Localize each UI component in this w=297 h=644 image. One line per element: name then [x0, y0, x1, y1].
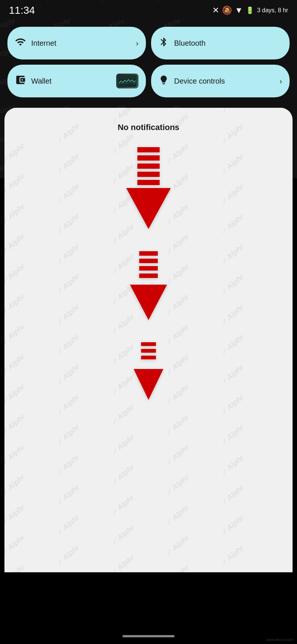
svg-rect-10 — [139, 266, 158, 271]
watermark-alphr: ⟋ Alphr — [54, 302, 81, 327]
watermark-alphr: ⟋ Alphr — [218, 122, 245, 147]
watermark-alphr: ⟋ Alphr — [54, 362, 81, 387]
watermark-alphr: ⟋ Alphr — [108, 553, 136, 572]
status-icons: ✕ 🔕 ▼ 🔋 3 days, 8 hr — [212, 6, 288, 15]
watermark-alphr: ⟋ Alphr — [218, 513, 245, 538]
watermark-alphr: ⟋ Alphr — [54, 423, 81, 447]
watermark-alphr: ⟋ Alphr — [54, 513, 81, 538]
watermark-alphr: ⟋ Alphr — [218, 182, 245, 207]
watermark-alphr: ⟋ Alphr — [54, 392, 81, 417]
internet-tile[interactable]: Internet › — [7, 27, 146, 59]
watermark-alphr: ⟋ Alphr — [163, 533, 191, 558]
watermark-alphr: ⟋ Alphr — [54, 453, 81, 478]
watermark-alphr: ⟋ Alphr — [218, 483, 245, 508]
watermark-alphr: ⟋ Alphr — [218, 543, 245, 568]
watermark-alphr: ⟋ Alphr — [4, 412, 26, 437]
watermark-alphr: ⟋ Alphr — [54, 332, 81, 357]
watermark-alphr: ⟋ Alphr — [54, 122, 81, 146]
battery-icon: 🔋 — [246, 6, 254, 14]
bluetooth-label: Bluetooth — [174, 39, 282, 48]
wallet-tile[interactable]: Wallet — [7, 65, 146, 97]
svg-marker-12 — [130, 285, 167, 320]
watermark-alphr: ⟋ Alphr — [108, 433, 136, 458]
watermark-alphr: ⟋ Alphr — [4, 292, 26, 317]
notification-area: ⟋ Alphr ⟋ Alphr ⟋ Alphr ⟋ Alphr ⟋ Alphr … — [4, 108, 293, 572]
watermark-alphr: ⟋ Alphr — [163, 413, 191, 438]
watermark-alphr: ⟋ Alphr — [108, 493, 136, 518]
devuo-badge: www.devuo.com — [266, 638, 293, 642]
watermark-alphr: ⟋ Alphr — [54, 242, 81, 267]
watermark-alphr: ⟋ Alphr — [4, 443, 26, 467]
watermark-alphr: ⟋ Alphr — [54, 212, 81, 237]
watermark-alphr: ⟋ Alphr — [218, 212, 245, 237]
device-controls-tile[interactable]: Device controls › — [151, 65, 290, 97]
watermark-alphr: ⟋ Alphr — [218, 108, 245, 117]
svg-rect-8 — [139, 251, 158, 256]
watermark-alphr: ⟋ Alphr — [4, 563, 26, 572]
svg-marker-16 — [134, 369, 163, 400]
watermark-alphr: ⟋ Alphr — [218, 363, 245, 388]
bluetooth-icon — [159, 37, 169, 50]
watermark-alphr: ⟋ Alphr — [218, 333, 245, 357]
wallet-label: Wallet — [31, 77, 111, 85]
watermark-alphr: ⟋ Alphr — [4, 142, 26, 166]
watermark-alphr: ⟋ Alphr — [4, 503, 26, 528]
status-time: 11:34 — [9, 4, 35, 16]
wallet-icon — [15, 74, 26, 88]
wallet-card-preview — [116, 74, 138, 88]
quick-settings: Internet › Bluetooth Wallet — [0, 19, 297, 97]
watermark-alphr: ⟋ Alphr — [54, 272, 81, 297]
bluetooth-tile[interactable]: Bluetooth — [151, 27, 290, 59]
arrow-medium — [130, 251, 167, 320]
watermark-alphr: ⟋ Alphr — [163, 473, 191, 498]
svg-rect-15 — [141, 356, 156, 359]
watermark-alphr: ⟋ Alphr — [163, 563, 191, 572]
svg-rect-5 — [137, 172, 160, 177]
watermark-alphr: ⟋ Alphr — [218, 242, 245, 267]
wifi-icon: ▼ — [235, 6, 243, 15]
device-controls-chevron-icon: › — [280, 77, 282, 85]
wifi-icon — [15, 36, 26, 50]
watermark-alphr: ⟋ Alphr — [108, 523, 136, 548]
home-indicator — [123, 635, 174, 637]
watermark-alphr: ⟋ Alphr — [54, 483, 81, 508]
internet-chevron-icon: › — [136, 39, 138, 48]
svg-rect-6 — [137, 180, 160, 185]
down-arrow-small-icon — [134, 342, 163, 400]
watermark-alphr: ⟋ Alphr — [54, 543, 81, 568]
watermark-alphr: ⟋ Alphr — [4, 352, 26, 377]
arrow-large — [126, 147, 171, 229]
watermark-alphr: ⟋ Alphr — [4, 322, 26, 347]
bulb-icon — [159, 75, 169, 88]
watermark-alphr: ⟋ Alphr — [54, 152, 81, 177]
watermark-alphr: ⟋ Alphr — [108, 403, 136, 428]
watermark-alphr: ⟋ Alphr — [4, 382, 26, 407]
watermark-alphr: ⟋ Alphr — [163, 503, 191, 528]
watermark-alphr: ⟋ Alphr — [218, 152, 245, 177]
watermark-alphr: ⟋ Alphr — [108, 463, 136, 488]
battery-text: 3 days, 8 hr — [257, 7, 288, 14]
svg-rect-11 — [139, 274, 158, 278]
arrow-small — [134, 342, 163, 400]
svg-rect-4 — [137, 164, 160, 169]
watermark-alphr: ⟋ Alphr — [4, 533, 26, 558]
svg-rect-9 — [139, 259, 158, 263]
down-arrow-large-icon — [126, 147, 171, 229]
watermark-alphr: ⟋ Alphr — [4, 473, 26, 498]
svg-rect-1 — [118, 75, 137, 79]
watermark-alphr: ⟋ Alphr — [163, 443, 191, 468]
svg-rect-3 — [137, 155, 160, 161]
svg-rect-14 — [141, 349, 156, 353]
watermark-alphr: ⟋ Alphr — [4, 262, 26, 287]
watermark-alphr: ⟋ Alphr — [4, 202, 26, 227]
watermark-alphr: ⟋ Alphr — [54, 182, 81, 207]
svg-marker-7 — [126, 188, 171, 229]
arrows-container — [126, 147, 171, 400]
watermark-alphr: ⟋ Alphr — [4, 172, 26, 197]
status-bar: 11:34 ✕ 🔕 ▼ 🔋 3 days, 8 hr — [0, 0, 297, 19]
no-notifications-text: No notifications — [118, 123, 179, 132]
svg-rect-2 — [137, 147, 160, 152]
silent-icon: 🔕 — [222, 6, 232, 15]
internet-label: Internet — [31, 39, 131, 48]
down-arrow-medium-icon — [130, 251, 167, 320]
